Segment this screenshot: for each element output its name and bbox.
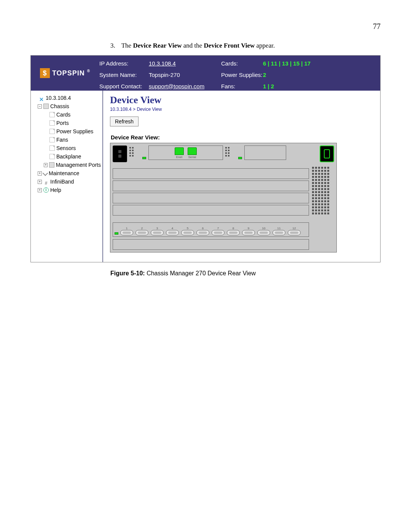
refresh-button[interactable]: Refresh	[110, 117, 139, 126]
main-content: Device View 10.3.108.4 > Device View Ref…	[103, 91, 380, 262]
tree-mgmt-ports[interactable]: +Management Ports	[33, 161, 101, 169]
step-text-2: and the	[183, 42, 204, 49]
page-number: 77	[373, 22, 381, 31]
port-label: Serial	[188, 155, 196, 159]
tree-maintenance[interactable]: +Maintenance	[33, 169, 101, 177]
port-number: 3	[156, 227, 158, 230]
ib-port[interactable]: 6	[196, 227, 210, 235]
tree-item-label: InfiniBand	[50, 177, 74, 186]
port-number: 8	[233, 227, 234, 230]
support-label: Support Contact:	[99, 83, 149, 89]
ib-port[interactable]: 2	[135, 227, 149, 235]
tree-item-label: Maintenance	[49, 169, 79, 177]
serial-port-icon[interactable]	[188, 147, 197, 155]
connector-icon	[272, 230, 285, 235]
expand-icon[interactable]: +	[44, 163, 48, 167]
embedded-screenshot: $ TOPSPIN® IP Address: 10.3.108.4 Cards:…	[30, 55, 381, 262]
caption-text: Chassis Manager 270 Device Rear View	[147, 270, 256, 276]
ib-port[interactable]: 8	[226, 227, 240, 235]
ib-port[interactable]: 5	[181, 227, 194, 235]
fans-value[interactable]: 1 | 2	[263, 83, 347, 89]
cards-label: Cards:	[221, 60, 263, 67]
collapse-icon[interactable]: −	[38, 104, 42, 109]
expansion-slots	[113, 168, 309, 217]
expand-icon[interactable]: +	[38, 180, 42, 184]
chassis-icon	[43, 104, 49, 109]
psu-value[interactable]: 2	[263, 72, 347, 78]
tree-cards[interactable]: Cards	[33, 110, 101, 119]
status-led	[142, 157, 146, 159]
status-led	[115, 232, 118, 235]
status-led	[238, 157, 242, 159]
psu-label: Power Supplies:	[221, 72, 263, 78]
step-bold-2: Device Front View	[204, 42, 255, 49]
ib-port[interactable]: 10	[257, 227, 271, 235]
ib-port[interactable]: 7	[211, 227, 225, 235]
tree-item-label: Cards	[56, 110, 70, 119]
reg-mark: ®	[87, 69, 90, 73]
port-number: 7	[217, 227, 219, 230]
psu-module[interactable]	[113, 145, 127, 162]
page-icon	[49, 154, 55, 159]
cards-value[interactable]: 6 | 11 | 13 | 15 | 17	[263, 60, 347, 67]
slot[interactable]	[113, 193, 309, 203]
step-text-3: appear.	[256, 42, 275, 49]
expand-icon[interactable]: +	[38, 188, 42, 192]
connector-icon	[288, 230, 301, 235]
tree-fans[interactable]: Fans	[33, 136, 101, 144]
tree-backplane[interactable]: Backplane	[33, 152, 101, 161]
tree-root[interactable]: ✕10.3.108.4	[33, 94, 101, 102]
ip-label: IP Address:	[99, 60, 149, 67]
figure-caption: Figure 5-10: Chassis Manager 270 Device …	[110, 270, 381, 277]
ib-port[interactable]: 1	[120, 227, 134, 235]
expand-icon[interactable]: +	[38, 171, 42, 176]
step-bold-1: Device Rear View	[133, 42, 182, 49]
tree-chassis[interactable]: −Chassis	[33, 102, 101, 110]
ib-port[interactable]: 3	[150, 227, 164, 235]
slot[interactable]	[113, 205, 309, 216]
port-number: 4	[172, 227, 173, 230]
ib-port[interactable]: 11	[272, 227, 286, 235]
wrench-icon	[43, 171, 48, 176]
power-icon	[324, 149, 330, 158]
connector-icon	[135, 230, 148, 235]
management-card[interactable]: Enet Serial	[148, 145, 223, 160]
port-number: 10	[262, 227, 266, 230]
vent-holes	[225, 145, 236, 157]
tree-sensors[interactable]: Sensors	[33, 144, 101, 152]
connector-icon	[166, 230, 179, 235]
connector-icon	[227, 230, 240, 235]
ethernet-port-icon[interactable]	[175, 147, 184, 155]
tree-item-label: Management Ports	[56, 161, 101, 169]
tree-item-label: Ports	[56, 119, 69, 127]
ip-value[interactable]: 10.3.108.4	[149, 60, 221, 67]
tree-item-label: Fans	[56, 136, 68, 144]
port-label: Enet	[176, 155, 182, 159]
slot[interactable]	[113, 181, 309, 191]
side-vent-holes	[312, 167, 333, 258]
ib-port[interactable]: 12	[287, 227, 301, 235]
tree-ports[interactable]: Ports	[33, 119, 101, 127]
power-module[interactable]	[320, 145, 334, 162]
ib-port[interactable]: 9	[242, 227, 255, 235]
breadcrumb[interactable]: 10.3.108.4 > Device View	[110, 107, 375, 112]
slot[interactable]	[113, 168, 309, 179]
ib-port[interactable]: 4	[166, 227, 179, 235]
tree-help[interactable]: +iHelp	[33, 186, 101, 194]
app-banner: $ TOPSPIN® IP Address: 10.3.108.4 Cards:…	[31, 56, 380, 91]
connector-icon	[151, 230, 164, 235]
page-icon	[49, 145, 55, 151]
port-number: 12	[293, 227, 296, 230]
tree-infiniband[interactable]: +#InfiniBand	[33, 177, 101, 186]
device-icon: ✕	[39, 95, 44, 101]
app-body: ✕10.3.108.4 −Chassis Cards Ports Power S…	[31, 91, 380, 262]
port-number: 1	[126, 227, 127, 230]
connector-icon	[212, 230, 225, 235]
tree-power-supplies[interactable]: Power Supplies	[33, 127, 101, 136]
tree-chassis-label: Chassis	[50, 102, 69, 110]
page-icon	[49, 137, 55, 142]
support-value[interactable]: support@topspin.com	[149, 83, 221, 89]
caption-label: Figure 5-10:	[110, 270, 147, 276]
section-label: Device Rear View:	[111, 134, 375, 141]
bottom-slot[interactable]	[113, 239, 309, 250]
